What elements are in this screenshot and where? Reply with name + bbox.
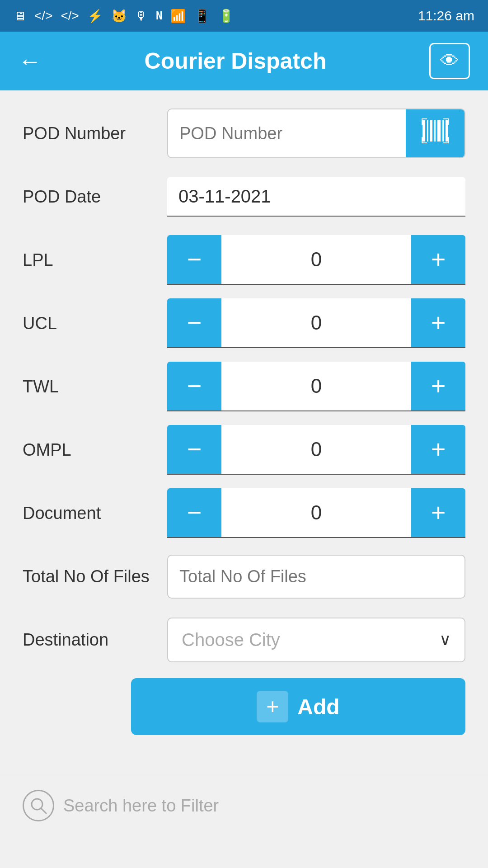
ompl-decrement-button[interactable]: − xyxy=(167,425,221,474)
usb-icon: ⚡ xyxy=(87,9,103,24)
destination-placeholder: Choose City xyxy=(182,630,280,650)
ompl-value: 0 xyxy=(221,438,411,461)
lpl-stepper: − 0 + xyxy=(167,235,465,285)
lpl-increment-button[interactable]: + xyxy=(411,235,465,284)
add-button-row: + Add xyxy=(23,678,465,735)
ucl-row: UCL − 0 + xyxy=(23,298,465,348)
document-row: Document − 0 + xyxy=(23,488,465,538)
total-files-label: Total No Of Files xyxy=(23,567,167,586)
pod-date-row: POD Date xyxy=(23,172,465,222)
app-header: ← Courier Dispatch 👁 xyxy=(0,32,488,90)
eye-button[interactable]: 👁 xyxy=(429,43,470,79)
mic-off-icon: 🎙 xyxy=(135,9,148,24)
svg-rect-5 xyxy=(442,120,444,142)
add-button-label: Add xyxy=(297,694,339,719)
pod-date-control xyxy=(167,177,465,217)
chevron-down-icon: ∨ xyxy=(439,630,451,649)
svg-rect-4 xyxy=(437,120,441,142)
document-value: 0 xyxy=(221,501,411,524)
twl-value: 0 xyxy=(221,375,411,397)
total-files-row: Total No Of Files xyxy=(23,552,465,601)
pod-date-input[interactable] xyxy=(178,186,454,207)
search-icon xyxy=(23,790,54,821)
twl-control: − 0 + xyxy=(167,362,465,411)
lpl-control: − 0 + xyxy=(167,235,465,285)
ompl-label: OMPL xyxy=(23,440,167,460)
pod-number-row: POD Number xyxy=(23,108,465,158)
lpl-decrement-button[interactable]: − xyxy=(167,235,221,284)
svg-rect-0 xyxy=(422,120,425,142)
bug-icon: 🐱 xyxy=(111,9,127,24)
page-title: Courier Dispatch xyxy=(42,48,429,74)
pod-number-input[interactable] xyxy=(168,109,406,157)
barcode-scan-button[interactable] xyxy=(406,108,465,158)
destination-label: Destination xyxy=(23,630,167,650)
battery-icon: 🔋 xyxy=(218,9,234,24)
twl-decrement-button[interactable]: − xyxy=(167,362,221,411)
svg-rect-6 xyxy=(446,120,448,142)
barcode-icon xyxy=(422,118,449,149)
destination-dropdown[interactable]: Choose City ∨ xyxy=(167,618,465,662)
back-button[interactable]: ← xyxy=(18,49,42,73)
monitor-icon: 🖥 xyxy=(14,9,26,24)
time-display: 11:26 am xyxy=(418,8,474,24)
document-control: − 0 + xyxy=(167,488,465,538)
add-plus-icon: + xyxy=(257,691,288,722)
total-files-control xyxy=(167,555,465,599)
pod-number-label: POD Number xyxy=(23,124,167,143)
svg-rect-3 xyxy=(434,120,436,142)
twl-row: TWL − 0 + xyxy=(23,362,465,411)
destination-row: Destination Choose City ∨ xyxy=(23,615,465,665)
document-stepper: − 0 + xyxy=(167,488,465,538)
lpl-label: LPL xyxy=(23,250,167,270)
total-files-input[interactable] xyxy=(167,555,465,599)
code-icon-2: </> xyxy=(61,9,79,23)
twl-label: TWL xyxy=(23,377,167,396)
ucl-decrement-button[interactable]: − xyxy=(167,298,221,348)
lpl-value: 0 xyxy=(221,248,411,271)
svg-rect-1 xyxy=(427,120,428,142)
ucl-label: UCL xyxy=(23,314,167,333)
svg-line-8 xyxy=(41,808,46,813)
pod-input-wrapper xyxy=(167,108,465,158)
svg-rect-2 xyxy=(430,120,432,142)
code-icon-1: </> xyxy=(34,9,52,23)
nfc-icon: N xyxy=(156,9,162,22)
status-bar-icons: 🖥 </> </> ⚡ 🐱 🎙 N 📶 📱 🔋 xyxy=(14,9,234,24)
twl-increment-button[interactable]: + xyxy=(411,362,465,411)
search-bar: Search here to Filter xyxy=(0,776,488,835)
status-bar: 🖥 </> </> ⚡ 🐱 🎙 N 📶 📱 🔋 11:26 am xyxy=(0,0,488,32)
ompl-increment-button[interactable]: + xyxy=(411,425,465,474)
lpl-row: LPL − 0 + xyxy=(23,235,465,285)
ucl-stepper: − 0 + xyxy=(167,298,465,348)
document-decrement-button[interactable]: − xyxy=(167,488,221,538)
search-placeholder[interactable]: Search here to Filter xyxy=(63,796,219,816)
pod-date-label: POD Date xyxy=(23,187,167,207)
ompl-stepper: − 0 + xyxy=(167,425,465,475)
pod-number-control xyxy=(167,108,465,158)
twl-stepper: − 0 + xyxy=(167,362,465,411)
main-content: POD Number xyxy=(0,90,488,776)
destination-control: Choose City ∨ xyxy=(167,618,465,662)
add-button[interactable]: + Add xyxy=(131,678,465,735)
ompl-control: − 0 + xyxy=(167,425,465,475)
ucl-increment-button[interactable]: + xyxy=(411,298,465,348)
document-increment-button[interactable]: + xyxy=(411,488,465,538)
ompl-row: OMPL − 0 + xyxy=(23,425,465,475)
ucl-value: 0 xyxy=(221,311,411,334)
eye-icon: 👁 xyxy=(440,50,459,72)
wifi-icon: 📶 xyxy=(170,9,186,24)
sim-icon: 📱 xyxy=(194,9,210,24)
ucl-control: − 0 + xyxy=(167,298,465,348)
document-label: Document xyxy=(23,504,167,523)
